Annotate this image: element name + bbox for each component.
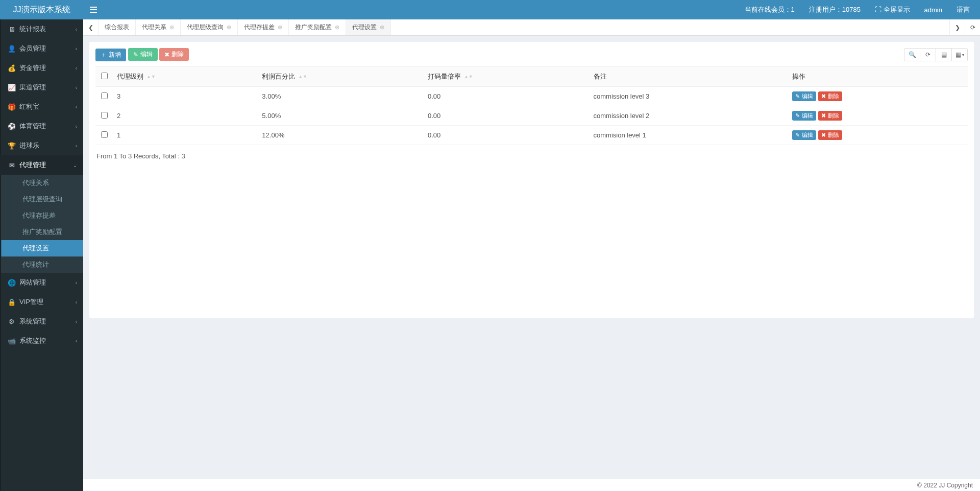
refresh-button[interactable]: ⟳ (920, 48, 936, 61)
chevron-icon: ‹ (76, 27, 77, 32)
row-edit-button[interactable]: ✎编辑 (792, 91, 816, 101)
tab-refresh[interactable]: ⟳ (965, 19, 980, 35)
cell-percent: 12.00% (258, 126, 424, 145)
tab[interactable]: 代理关系⊗ (136, 19, 181, 35)
sidebar-item[interactable]: 👤会员管理‹ (0, 39, 83, 58)
cell-note: commission level 3 (590, 87, 789, 106)
cell-percent: 5.00% (258, 106, 424, 126)
x-icon: ✖ (821, 93, 826, 100)
tab-scroll-right[interactable]: ❯ (949, 19, 965, 35)
menu-label: 红利宝 (19, 102, 39, 111)
pencil-icon: ✎ (795, 112, 800, 119)
row-checkbox[interactable] (101, 92, 108, 99)
sidebar-subitem[interactable]: 推广奖励配置 (0, 224, 83, 240)
close-icon[interactable]: ⊗ (278, 24, 282, 31)
toggle-button[interactable]: ▤ (936, 48, 952, 61)
chevron-icon: ‹ (76, 299, 77, 305)
row-edit-button[interactable]: ✎编辑 (792, 111, 816, 121)
logo: JJ演示版本系统 (0, 0, 83, 19)
close-icon[interactable]: ⊗ (380, 24, 384, 31)
sort-icon: ▲▼ (298, 76, 307, 78)
cell-level: 2 (113, 106, 258, 126)
sidebar-item[interactable]: 🖥统计报表‹ (0, 19, 83, 39)
select-all-checkbox[interactable] (101, 73, 108, 79)
language-menu[interactable]: 语言 (957, 5, 970, 14)
sidebar-subitem[interactable]: 代理层级查询 (0, 191, 83, 207)
tab[interactable]: 代理层级查询⊗ (181, 19, 238, 35)
edit-button[interactable]: ✎编辑 (128, 48, 158, 61)
chevron-icon: ‹ (76, 46, 77, 52)
menu-toggle[interactable] (83, 7, 104, 13)
row-delete-button[interactable]: ✖删除 (818, 130, 842, 140)
tab-scroll-left[interactable]: ❮ (83, 19, 99, 35)
tab[interactable]: 代理设置⊗ (346, 19, 391, 35)
sidebar-item[interactable]: ⚽体育管理‹ (0, 116, 83, 136)
cell-note: commission level 2 (590, 106, 789, 126)
add-button[interactable]: ＋新增 (95, 49, 126, 61)
menu-icon: ⚙ (7, 318, 16, 325)
sidebar-item[interactable]: 📹系统监控‹ (0, 331, 83, 350)
delete-button[interactable]: ✖删除 (159, 48, 189, 61)
menu-icon: ⚽ (7, 123, 16, 130)
cell-rate: 0.00 (424, 106, 590, 126)
sidebar-item[interactable]: 📈渠道管理‹ (0, 78, 83, 97)
sidebar-subitem[interactable]: 代理统计 (0, 256, 83, 273)
sidebar-item[interactable]: 🏆进球乐‹ (0, 136, 83, 155)
tab[interactable]: 推广奖励配置⊗ (289, 19, 346, 35)
menu-icon: 🖥 (7, 26, 16, 33)
tab-label: 代理关系 (142, 23, 166, 32)
menu-label: 会员管理 (19, 44, 46, 53)
sidebar-subitem[interactable]: 代理存提差 (0, 207, 83, 224)
sidebar-subitem[interactable]: 代理关系 (0, 175, 83, 191)
sidebar-item[interactable]: 🎁红利宝‹ (0, 97, 83, 116)
chevron-icon: ‹ (76, 338, 77, 344)
row-delete-button[interactable]: ✖删除 (818, 111, 842, 121)
table-tools: 🔍 ⟳ ▤ ▦▾ (904, 48, 968, 61)
sidebar: 🖥统计报表‹👤会员管理‹💰资金管理‹📈渠道管理‹🎁红利宝‹⚽体育管理‹🏆进球乐‹… (0, 19, 83, 491)
pencil-icon: ✎ (795, 93, 800, 100)
menu-icon: 📈 (7, 84, 16, 91)
cell-level: 1 (113, 126, 258, 145)
col-percent[interactable]: 利润百分比▲▼ (258, 67, 424, 87)
cell-percent: 3.00% (258, 87, 424, 106)
sidebar-item[interactable]: ✉代理管理⌄ (0, 155, 83, 175)
cell-level: 3 (113, 87, 258, 106)
row-checkbox[interactable] (101, 131, 108, 138)
close-icon[interactable]: ⊗ (227, 24, 231, 31)
table-row: 33.00%0.00commission level 3✎编辑 ✖删除 (95, 87, 968, 106)
search-button[interactable]: 🔍 (904, 48, 920, 61)
sidebar-item[interactable]: 💰资金管理‹ (0, 58, 83, 78)
x-icon: ✖ (821, 112, 826, 119)
sidebar-item[interactable]: 🌐网站管理‹ (0, 273, 83, 292)
x-icon: ✖ (821, 132, 826, 138)
tab[interactable]: 代理存提差⊗ (238, 19, 289, 35)
columns-button[interactable]: ▦▾ (951, 48, 968, 61)
col-level[interactable]: 代理级别▲▼ (113, 67, 258, 87)
x-icon: ✖ (164, 51, 169, 58)
fullscreen-button[interactable]: ⛶ 全屏显示 (875, 5, 910, 14)
col-rate[interactable]: 打码量倍率▲▼ (424, 67, 590, 87)
user-menu[interactable]: admin (924, 6, 942, 14)
content: ❮ 综合报表⊗代理关系⊗代理层级查询⊗代理存提差⊗推广奖励配置⊗代理设置⊗ ❯ … (83, 19, 980, 479)
row-checkbox[interactable] (101, 112, 108, 119)
online-users: 当前在线会员：1 (745, 5, 795, 14)
menu-icon: 📹 (7, 337, 16, 345)
table-row: 112.00%0.00commision level 1✎编辑 ✖删除 (95, 126, 968, 145)
row-edit-button[interactable]: ✎编辑 (792, 130, 816, 140)
pencil-icon: ✎ (795, 132, 800, 138)
chevron-icon: ‹ (76, 143, 77, 149)
data-table: 代理级别▲▼ 利润百分比▲▼ 打码量倍率▲▼ 备注 操作 33.00%0.00c… (95, 66, 968, 145)
close-icon[interactable]: ⊗ (335, 24, 339, 31)
sidebar-subitem[interactable]: 代理设置 (0, 240, 83, 256)
tab[interactable]: 综合报表⊗ (99, 19, 136, 35)
close-icon[interactable]: ⊗ (169, 24, 174, 31)
sidebar-item[interactable]: ⚙系统管理‹ (0, 312, 83, 331)
menu-icon: 🏆 (7, 142, 16, 150)
pencil-icon: ✎ (133, 51, 138, 58)
chevron-icon: ⌄ (73, 162, 77, 168)
sidebar-item[interactable]: 🔒VIP管理‹ (0, 292, 83, 312)
menu-label: 网站管理 (19, 278, 46, 287)
row-delete-button[interactable]: ✖删除 (818, 91, 842, 101)
menu-icon: 🎁 (7, 103, 16, 111)
menu-label: 渠道管理 (19, 83, 46, 92)
